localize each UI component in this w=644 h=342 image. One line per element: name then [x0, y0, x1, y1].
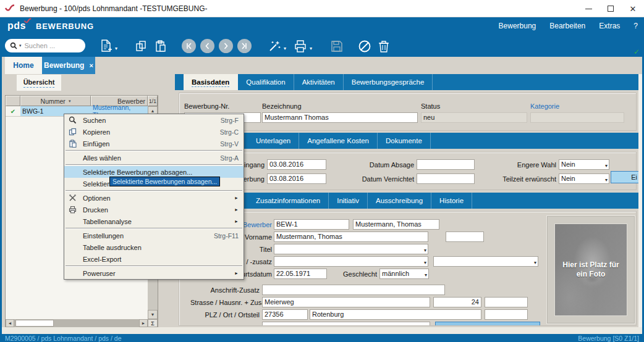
- tab-ausschreibung[interactable]: Ausschreibung: [368, 193, 431, 209]
- navigate-previous-icon[interactable]: [200, 39, 214, 53]
- scrollbar-thumb[interactable]: [15, 320, 54, 327]
- search-box[interactable]: ▾: [5, 39, 85, 52]
- tab-zusatzinformationen[interactable]: Zusatzinformationen: [248, 193, 329, 209]
- search-icon: [69, 116, 77, 125]
- vorname-field[interactable]: Mustermann, Thomas: [274, 231, 428, 242]
- sort-icon[interactable]: ▾: [69, 99, 71, 104]
- menu-item-optionen[interactable]: Optionen►: [64, 192, 244, 204]
- wizard-caret-icon[interactable]: ▾: [284, 46, 286, 51]
- bezeichnung-field[interactable]: Mustermann Thomas: [262, 112, 418, 123]
- new-record-icon[interactable]: [99, 39, 114, 54]
- row-selected-check-icon[interactable]: ✔: [6, 106, 20, 117]
- next-row-field[interactable]: [262, 322, 430, 326]
- tab-home[interactable]: Home: [5, 57, 42, 74]
- focused-field[interactable]: [435, 322, 540, 326]
- maximize-button[interactable]: [600, 0, 622, 17]
- menu-item-einfuegen[interactable]: EinfügenStrg-V: [64, 138, 244, 149]
- wizard-icon[interactable]: [267, 39, 282, 54]
- menu-extras[interactable]: Extras: [599, 22, 620, 30]
- navigate-first-icon[interactable]: [182, 39, 196, 53]
- teilzeit-select[interactable]: Nein▾: [559, 173, 609, 184]
- tab-angefallene-kosten[interactable]: Angefallene Kosten: [299, 133, 378, 149]
- scroll-left-icon[interactable]: ◄: [6, 319, 14, 327]
- search-input[interactable]: [23, 41, 74, 50]
- navigate-last-icon[interactable]: [237, 39, 252, 53]
- engere-wahl-select[interactable]: Nein▾: [559, 159, 609, 170]
- tab-uebersicht[interactable]: Übersicht: [17, 75, 61, 91]
- menu-item-excel-export[interactable]: Excel-Export: [64, 253, 244, 265]
- menu-item-einstellungen[interactable]: EinstellungenStrg-F11: [64, 230, 244, 241]
- tab-aktivitaeten[interactable]: Aktivitäten: [294, 74, 344, 90]
- paste-icon[interactable]: [153, 39, 168, 54]
- titel-select[interactable]: ▾: [274, 244, 428, 254]
- eingang-field[interactable]: 03.08.2016: [267, 159, 326, 170]
- anschrift-zusatz-field[interactable]: [262, 285, 445, 295]
- bewerbung-datum-field[interactable]: 03.08.2016: [267, 173, 326, 184]
- menu-item-poweruser[interactable]: Poweruser►: [64, 267, 244, 279]
- copy-icon: [69, 128, 77, 136]
- new-record-caret-icon[interactable]: ▾: [115, 46, 117, 51]
- print-icon[interactable]: [293, 39, 308, 54]
- print-caret-icon[interactable]: ▾: [310, 46, 312, 51]
- menu-item-tabelle-ausdrucken[interactable]: Tabelle ausdrucken: [64, 241, 244, 253]
- cancel-icon[interactable]: [357, 39, 372, 54]
- tab-historie[interactable]: Historie: [431, 193, 472, 209]
- strasse-field[interactable]: Meierweg: [262, 297, 430, 307]
- menu-item-tabellenanalyse[interactable]: Tabellenanalyse►: [64, 215, 244, 227]
- plz-field[interactable]: 27356: [262, 309, 308, 320]
- tab-bewerbungsgespraeche[interactable]: Bewerbungsgespräche: [344, 74, 433, 90]
- dates-group: Eingang 03.08.2016 Datum Absage Engere W…: [179, 152, 637, 190]
- ortsteil-field[interactable]: [485, 309, 528, 320]
- menu-item-alles-waehlen[interactable]: Alles wählenStrg-A: [64, 152, 244, 164]
- app-logo-icon: [5, 4, 15, 12]
- navigate-next-icon[interactable]: [219, 39, 233, 53]
- datum-vernichtet-field[interactable]: [417, 173, 475, 184]
- bewerber-name-field[interactable]: Mustermann, Thomas: [353, 219, 439, 230]
- geburtsdatum-field[interactable]: 22.05.1971: [274, 269, 327, 279]
- hausnr-field[interactable]: 24: [433, 297, 481, 307]
- delete-icon[interactable]: [376, 39, 391, 54]
- ort-field[interactable]: Rotenburg: [310, 309, 481, 320]
- tab-unterlagen[interactable]: Unterlagen: [248, 133, 299, 149]
- copy-icon[interactable]: [133, 39, 148, 54]
- submenu-arrow-icon: ►: [234, 196, 239, 200]
- close-button[interactable]: ✕: [622, 0, 644, 17]
- tab-dokumente[interactable]: Dokumente: [378, 133, 431, 149]
- minimize-button[interactable]: [577, 0, 600, 17]
- kategorie-label[interactable]: Kategorie: [530, 102, 559, 111]
- horizontal-scrollbar[interactable]: ◄ ►: [6, 319, 148, 327]
- menu-bewerbung[interactable]: Bewerbung: [499, 22, 536, 30]
- tab-bewerbung[interactable]: Bewerbung ×: [42, 57, 95, 74]
- bezeichnung-label: Bezeichnung: [262, 102, 302, 111]
- search-scope-caret-icon[interactable]: ▾: [19, 43, 22, 48]
- chevron-down-icon: ▾: [605, 175, 608, 184]
- namensvorsatz-select[interactable]: ▾: [274, 256, 428, 267]
- vorname-extra-field[interactable]: [446, 231, 484, 242]
- row-count-badge: 1/1: [148, 96, 158, 106]
- chevron-down-icon: ▾: [534, 258, 536, 267]
- tab-qualifikation[interactable]: Qualifikation: [238, 74, 294, 90]
- connection-status-icon: ✓: [633, 48, 640, 56]
- menu-item-drucken[interactable]: Drucken►: [64, 204, 244, 215]
- sum-button[interactable]: Σ: [148, 319, 158, 327]
- menu-bearbeiten[interactable]: Bearbeiten: [549, 22, 585, 30]
- scroll-right-icon[interactable]: ►: [139, 319, 148, 327]
- tab-initiativ[interactable]: Initiativ: [329, 193, 368, 209]
- close-tab-icon[interactable]: ×: [89, 62, 93, 69]
- geschlecht-select[interactable]: männlich▾: [379, 269, 429, 279]
- tab-basisdaten[interactable]: Basisdaten: [184, 74, 238, 90]
- bewerber-nr-field[interactable]: BEW-1: [274, 219, 349, 230]
- save-icon[interactable]: [329, 39, 344, 54]
- menu-help[interactable]: ?: [633, 22, 638, 30]
- photo-placeholder[interactable]: Hier ist Platz für ein Foto: [554, 223, 627, 316]
- datum-absage-field[interactable]: [417, 159, 475, 170]
- statusbar-position: Bewerbung [S0 Z1/1]: [578, 335, 639, 342]
- kategorie-field[interactable]: [530, 112, 624, 123]
- table-header-nummer[interactable]: Nummer ▾: [20, 96, 91, 106]
- table-header-select[interactable]: [6, 96, 20, 106]
- hausnr-zusatz-field[interactable]: [485, 297, 528, 307]
- menu-item-kopieren[interactable]: KopierenStrg-C: [64, 126, 244, 138]
- namenszusatz-select[interactable]: ▾: [433, 256, 538, 267]
- scroll-down-icon[interactable]: ▼: [148, 310, 158, 319]
- menu-item-suchen[interactable]: SuchenStrg-F: [64, 114, 244, 126]
